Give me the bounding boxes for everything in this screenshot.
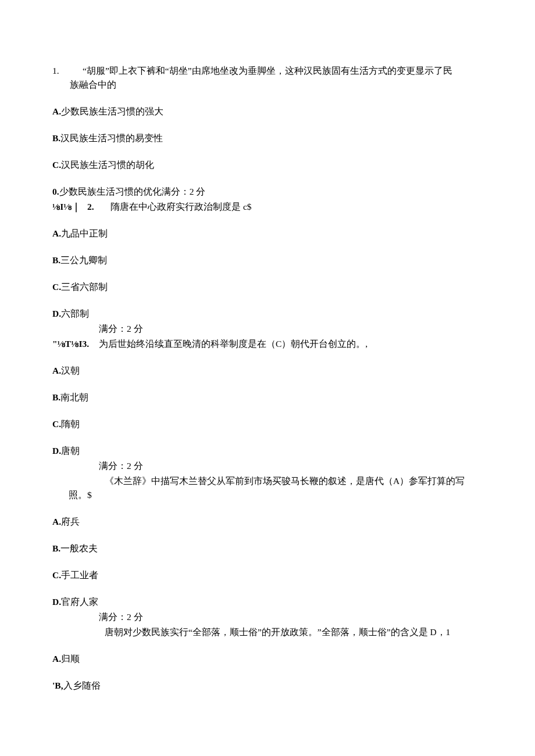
document-page: 1. “胡服”即上衣下裤和“胡坐”由席地坐改为垂脚坐，这种汉民族固有生活方式的变…	[0, 0, 535, 756]
q4-option-b: B.一般农夫	[52, 542, 483, 556]
q1-option-b: B.汉民族生活习惯的易变性	[52, 131, 483, 145]
q2-c-label: C.	[52, 282, 61, 292]
q3-b-label: B.	[52, 392, 60, 402]
q4-c-label: C.	[52, 570, 61, 580]
q2-prefix: ¹⁄₈I¹⁄₈｜	[52, 200, 87, 214]
q1-number: 1.	[52, 64, 83, 78]
q5-b-text: 入乡随俗	[63, 680, 101, 690]
q1-option-c: C.汉民族生活习惯的胡化	[52, 158, 483, 172]
q2-line: ¹⁄₈I¹⁄₈｜ 2. 隋唐在中心政府实行政治制度是 c$	[52, 200, 483, 214]
q1-option-d: 0.少数民族生活习惯的优化满分：2 分	[52, 185, 483, 199]
q2-a-text: 九品中正制	[61, 228, 108, 238]
q3-a-label: A.	[52, 366, 61, 375]
q2-c-text: 三省六部制	[61, 282, 108, 292]
q4-d-label: D.	[52, 597, 61, 607]
q2-number: 2.	[87, 200, 104, 214]
q3-c-text: 隋朝	[61, 419, 80, 429]
q5-b-label: 'B,	[52, 680, 63, 690]
q4-a-text: 府兵	[61, 517, 80, 526]
q1-d-text: 少数民族生活习惯的优化满分：2 分	[59, 187, 206, 196]
q3-option-b: B.南北朝	[52, 390, 483, 404]
q4-c-text: 手工业者	[61, 570, 98, 580]
q1-a-label: A.	[52, 106, 61, 116]
q2-a-label: A.	[52, 228, 61, 238]
q4-score: 满分：2 分	[52, 610, 483, 624]
q4-b-text: 一般农夫	[60, 543, 98, 553]
q1-b-text: 汉民族生活习惯的易变性	[60, 133, 163, 143]
q1-b-label: B.	[52, 133, 60, 143]
q2-option-c: C.三省六部制	[52, 280, 483, 294]
q1-a-text: 少数民族生活习惯的强大	[61, 106, 163, 116]
q1-c-label: C.	[52, 160, 61, 170]
q3-line: "¹⁄₈T¹⁄₈I3. 为后世始终沿续直至晚清的科举制度是在（C）朝代开台创立的…	[52, 337, 483, 351]
q1-c-text: 汉民族生活习惯的胡化	[61, 160, 154, 170]
q2-score: 满分：2 分	[52, 322, 483, 336]
q3-score: 满分：2 分	[52, 459, 483, 473]
q3-d-text: 唐朝	[61, 446, 80, 456]
q3-option-d: D.唐朝	[52, 444, 483, 458]
q3-a-text: 汉朝	[61, 366, 80, 375]
q4-option-a: A.府兵	[52, 515, 483, 529]
q2-b-label: B.	[52, 255, 60, 265]
q1-line1: 1. “胡服”即上衣下裤和“胡坐”由席地坐改为垂脚坐，这种汉民族固有生活方式的变…	[52, 64, 483, 78]
q5-a-label: A.	[52, 654, 61, 664]
q2-d-label: D.	[52, 309, 61, 318]
q4-d-text: 官府人家	[61, 597, 98, 607]
q3-d-label: D.	[52, 446, 61, 456]
q2-option-a: A.九品中正制	[52, 227, 483, 241]
q3-c-label: C.	[52, 419, 61, 429]
q5-a-text: 归顺	[61, 654, 80, 664]
q4-b-label: B.	[52, 543, 60, 553]
q5-option-a: A.归顺	[52, 652, 483, 666]
q2-text: 隋唐在中心政府实行政治制度是 c$	[104, 200, 483, 214]
q3-prefix: "¹⁄₈T¹⁄₈I3.	[52, 337, 99, 351]
q3-b-text: 南北朝	[60, 392, 88, 402]
q4-line1: 《木兰辞》中描写木兰替父从军前到市场买骏马长鞭的叙述，是唐代（A）参军打算的写	[52, 474, 483, 488]
q4-option-d: D.官府人家	[52, 595, 483, 609]
q3-option-c: C.隋朝	[52, 417, 483, 431]
q1-line2: 族融合中的	[52, 78, 483, 92]
q3-option-a: A.汉朝	[52, 364, 483, 378]
q2-option-b: B.三公九卿制	[52, 253, 483, 267]
q4-a-label: A.	[52, 517, 61, 526]
q1-text-line1: “胡服”即上衣下裤和“胡坐”由席地坐改为垂脚坐，这种汉民族固有生活方式的变更显示…	[83, 64, 483, 78]
q2-b-text: 三公九卿制	[60, 255, 107, 265]
q3-text: 为后世始终沿续直至晚清的科举制度是在（C）朝代开台创立的。,	[99, 337, 483, 351]
q5-line: 唐朝对少数民族实行“全部落，顺士俗”的开放政策。”全部落，顺士俗”的含义是 D，…	[52, 625, 483, 639]
q1-option-a: A.少数民族生活习惯的强大	[52, 105, 483, 119]
q5-option-b: 'B,入乡随俗	[52, 679, 483, 693]
q2-d-text: 六部制	[61, 309, 89, 318]
q4-option-c: C.手工业者	[52, 568, 483, 582]
q1-d-label: 0.	[52, 187, 59, 196]
q4-line2: 照。$	[52, 488, 483, 502]
q2-option-d: D.六部制	[52, 307, 483, 321]
